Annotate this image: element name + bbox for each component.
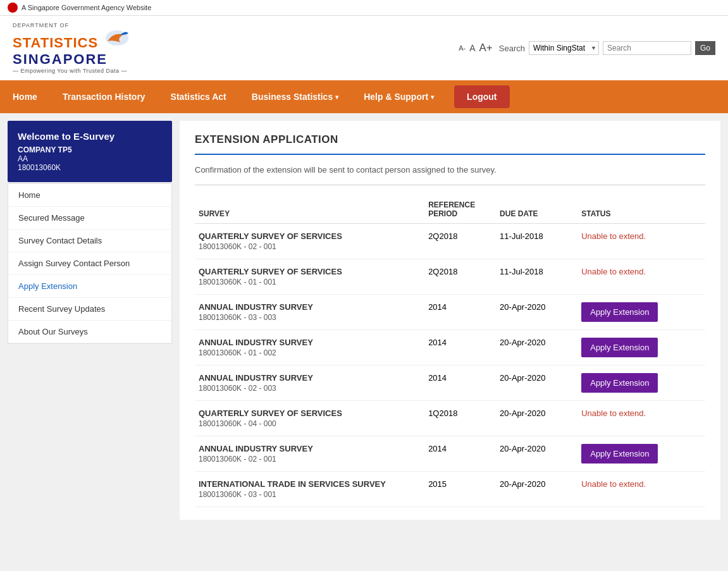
company-id: 180013060K — [18, 163, 162, 172]
survey-cell-3: ANNUAL INDUSTRY SURVEY180013060K - 01 - … — [195, 330, 424, 365]
nav-help-support[interactable]: Help & Support ▾ — [351, 80, 447, 113]
welcome-title: Welcome to E-Survey — [18, 131, 162, 142]
nav-business-statistics[interactable]: Business Statistics ▾ — [239, 80, 351, 113]
apply-extension-button[interactable]: Apply Extension — [581, 373, 658, 393]
period-cell-7: 2015 — [424, 472, 496, 507]
search-scope-select[interactable]: Within SingStat — [529, 41, 599, 55]
main-nav: Home Transaction History Statistics Act … — [0, 80, 728, 113]
lion-icon — [8, 3, 18, 13]
sidebar-item-secured-message[interactable]: Secured Message — [8, 207, 171, 230]
apply-extension-button[interactable]: Apply Extension — [581, 302, 658, 322]
due-cell-5: 20-Apr-2020 — [496, 401, 577, 436]
due-cell-1: 11-Jul-2018 — [496, 259, 577, 295]
font-size-medium[interactable]: A — [469, 43, 475, 53]
period-cell-6: 2014 — [424, 436, 496, 472]
sidebar-item-recent-updates[interactable]: Recent Survey Updates — [8, 298, 171, 321]
header: DEPARTMENT OF STATISTICS SINGAPORE — Emp… — [0, 16, 728, 80]
survey-ref: 180013060K - 04 - 000 — [199, 419, 421, 428]
status-cell-6[interactable]: Apply Extension — [577, 436, 705, 472]
table-row: INTERNATIONAL TRADE IN SERVICES SURVEY18… — [195, 472, 705, 507]
logo-wrapper: DEPARTMENT OF STATISTICS SINGAPORE — Emp… — [13, 22, 130, 74]
period-cell-3: 2014 — [424, 330, 496, 365]
info-text: Confirmation of the extension will be se… — [195, 165, 705, 185]
survey-name: ANNUAL INDUSTRY SURVEY — [199, 373, 421, 383]
unable-to-extend-status: Unable to extend. — [581, 231, 646, 241]
survey-ref: 180013060K - 02 - 003 — [199, 384, 421, 393]
sidebar-welcome: Welcome to E-Survey COMPANY TP5 AA 18001… — [8, 121, 172, 182]
search-input[interactable] — [603, 41, 691, 55]
logo-singapore: SINGAPORE — [13, 51, 130, 68]
due-cell-2: 20-Apr-2020 — [496, 295, 577, 330]
header-right: A- A A+ Search Within SingStat Go — [459, 41, 715, 55]
status-cell-5: Unable to extend. — [577, 401, 705, 436]
font-size-controls: A- A A+ — [459, 42, 493, 54]
font-size-large[interactable]: A+ — [479, 42, 493, 54]
logo-bird-icon — [104, 28, 130, 49]
table-row: ANNUAL INDUSTRY SURVEY180013060K - 01 - … — [195, 330, 705, 365]
sidebar-item-about-surveys[interactable]: About Our Surveys — [8, 321, 171, 343]
business-statistics-dropdown-icon: ▾ — [335, 94, 338, 101]
due-cell-7: 20-Apr-2020 — [496, 472, 577, 507]
survey-name: QUARTERLY SURVEY OF SERVICES — [199, 408, 421, 418]
nav-statistics-act[interactable]: Statistics Act — [158, 80, 239, 113]
help-support-dropdown-icon: ▾ — [431, 94, 434, 101]
period-cell-2: 2014 — [424, 295, 496, 330]
sidebar-item-home[interactable]: Home — [8, 184, 171, 207]
survey-name: INTERNATIONAL TRADE IN SERVICES SURVEY — [199, 479, 421, 489]
col-header-status: STATUS — [577, 195, 705, 224]
status-cell-3[interactable]: Apply Extension — [577, 330, 705, 365]
sidebar-item-survey-contact[interactable]: Survey Contact Details — [8, 230, 171, 252]
col-header-survey: SURVEY — [195, 195, 424, 224]
nav-home[interactable]: Home — [0, 80, 50, 113]
survey-ref: 180013060K - 01 - 001 — [199, 278, 421, 286]
logo-tagline: — Empowering You with Trusted Data — — [13, 68, 130, 74]
nav-transaction-history[interactable]: Transaction History — [50, 80, 158, 113]
survey-table: SURVEY REFERENCE PERIOD DUE DATE STATUS … — [195, 195, 705, 507]
unable-to-extend-status: Unable to extend. — [581, 408, 646, 418]
logout-button[interactable]: Logout — [454, 85, 509, 108]
main-layout: Welcome to E-Survey COMPANY TP5 AA 18001… — [0, 113, 728, 527]
gov-bar: A Singapore Government Agency Website — [0, 0, 728, 16]
apply-extension-button[interactable]: Apply Extension — [581, 444, 658, 464]
survey-ref: 180013060K - 03 - 001 — [199, 490, 421, 499]
search-label: Search — [499, 44, 525, 53]
due-cell-6: 20-Apr-2020 — [496, 436, 577, 472]
due-cell-3: 20-Apr-2020 — [496, 330, 577, 365]
period-cell-1: 2Q2018 — [424, 259, 496, 295]
font-size-small[interactable]: A- — [459, 44, 466, 52]
status-cell-0: Unable to extend. — [577, 224, 705, 259]
due-cell-0: 11-Jul-2018 — [496, 224, 577, 259]
survey-ref: 180013060K - 03 - 003 — [199, 313, 421, 322]
period-cell-4: 2014 — [424, 365, 496, 401]
sidebar-item-assign-contact[interactable]: Assign Survey Contact Person — [8, 252, 171, 275]
search-dropdown-wrap: Within SingStat — [529, 41, 599, 55]
survey-ref: 180013060K - 01 - 002 — [199, 348, 421, 357]
logo-area: DEPARTMENT OF STATISTICS SINGAPORE — Emp… — [13, 22, 130, 74]
due-cell-4: 20-Apr-2020 — [496, 365, 577, 401]
status-cell-2[interactable]: Apply Extension — [577, 295, 705, 330]
sidebar: Welcome to E-Survey COMPANY TP5 AA 18001… — [8, 121, 172, 520]
status-cell-1: Unable to extend. — [577, 259, 705, 295]
table-row: ANNUAL INDUSTRY SURVEY180013060K - 02 - … — [195, 436, 705, 472]
table-row: ANNUAL INDUSTRY SURVEY180013060K - 02 - … — [195, 365, 705, 401]
period-cell-0: 2Q2018 — [424, 224, 496, 259]
sidebar-item-apply-extension[interactable]: Apply Extension — [8, 275, 171, 298]
survey-cell-5: QUARTERLY SURVEY OF SERVICES180013060K -… — [195, 401, 424, 436]
survey-ref: 180013060K - 02 - 001 — [199, 242, 421, 251]
logo-stats-row: STATISTICS — [13, 28, 130, 51]
survey-cell-4: ANNUAL INDUSTRY SURVEY180013060K - 02 - … — [195, 365, 424, 401]
apply-extension-button[interactable]: Apply Extension — [581, 338, 658, 357]
logo-stats: STATISTICS — [13, 35, 98, 51]
survey-cell-1: QUARTERLY SURVEY OF SERVICES180013060K -… — [195, 259, 424, 295]
survey-name: ANNUAL INDUSTRY SURVEY — [199, 444, 421, 453]
logo-dept: DEPARTMENT OF — [13, 22, 130, 28]
status-cell-4[interactable]: Apply Extension — [577, 365, 705, 401]
survey-ref: 180013060K - 02 - 001 — [199, 455, 421, 464]
survey-cell-0: QUARTERLY SURVEY OF SERVICES180013060K -… — [195, 224, 424, 259]
table-row: QUARTERLY SURVEY OF SERVICES180013060K -… — [195, 259, 705, 295]
go-button[interactable]: Go — [695, 41, 715, 55]
sidebar-nav: Home Secured Message Survey Contact Deta… — [8, 183, 172, 344]
survey-name: QUARTERLY SURVEY OF SERVICES — [199, 267, 421, 276]
table-row: QUARTERLY SURVEY OF SERVICES180013060K -… — [195, 401, 705, 436]
status-cell-7: Unable to extend. — [577, 472, 705, 507]
